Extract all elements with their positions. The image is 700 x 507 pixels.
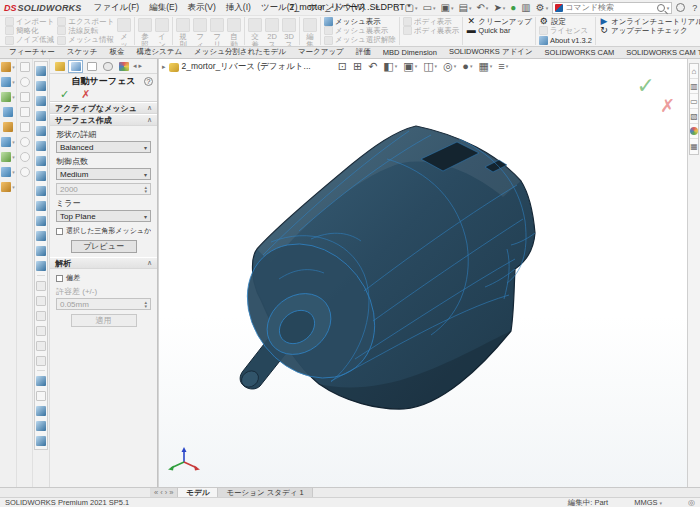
file-explorer-tab[interactable]: ▭ [690, 94, 698, 109]
ribbon-button-about[interactable]: About v1.3.2 [539, 36, 592, 45]
toolbar-button-disabled[interactable] [17, 119, 32, 134]
m2s-simplify-button[interactable] [35, 93, 47, 108]
ribbon-button-body-back-display[interactable]: ボディ裏表示 [403, 26, 460, 35]
motor-3d-model[interactable] [159, 59, 687, 487]
confirmation-ok-icon[interactable]: ✓ [637, 73, 655, 99]
ribbon-button-noise-reduction[interactable]: ノイズ低減 [5, 36, 54, 45]
tab-sketch[interactable]: スケッチ [61, 45, 104, 58]
ribbon-button-mesh-deselect[interactable]: メッシュ選択解除 [324, 36, 396, 45]
menu-view[interactable]: 表示(V) [184, 2, 220, 14]
toolbar-button[interactable]: ▾ [0, 89, 16, 104]
toolbar-button-disabled[interactable] [17, 89, 32, 104]
m2s-reference-align-button[interactable] [35, 168, 47, 183]
tab-scroll-right-icon[interactable]: ▸ [139, 62, 143, 70]
toolbar-button[interactable]: ▾ [0, 179, 16, 194]
view-settings-icon[interactable]: ≡▾ [498, 61, 508, 72]
select-button[interactable]: ➤▾ [491, 3, 507, 13]
display-manager-tab[interactable] [116, 60, 131, 73]
tab-features[interactable]: フィーチャー [3, 45, 61, 58]
previous-view-icon[interactable]: ↶ [368, 61, 377, 72]
section-view-icon[interactable]: ◧▾ [383, 61, 397, 72]
nav-last-icon[interactable]: » [169, 488, 173, 497]
m2s-mesh-select-button[interactable] [35, 153, 47, 168]
ribbon-button-fit-surface[interactable]: フィットサーフェス [193, 17, 207, 45]
units-selector[interactable]: MMGS ▾ [634, 498, 662, 507]
toolbar-button[interactable]: ▾ [0, 59, 16, 74]
ribbon-button-regular-shape[interactable]: 規則形状 [176, 17, 190, 45]
ribbon-button-cross-section[interactable]: 交差断面 [248, 17, 262, 45]
ribbon-button-license[interactable]: ライセンス [539, 26, 592, 35]
apply-button[interactable]: 適用 [71, 314, 137, 327]
m2s-display-tool-button[interactable] [35, 403, 47, 418]
view-orientation-icon[interactable]: ▣▾ [403, 61, 417, 72]
toolbar-button-disabled[interactable] [17, 134, 32, 149]
ribbon-button-simplify[interactable]: 簡略化 [5, 26, 54, 35]
search-icon[interactable] [657, 4, 665, 12]
m2s-sketch-tool-button[interactable] [35, 373, 47, 388]
m2s-freeform-button[interactable] [35, 228, 47, 243]
toolbar-button[interactable]: ▾ [0, 149, 16, 164]
ribbon-button-settings[interactable]: ⚙設定 [539, 17, 592, 26]
search-input[interactable] [565, 3, 654, 12]
tab-sheet-metal[interactable]: 板金 [103, 45, 130, 58]
print-button[interactable]: ▤▾ [457, 3, 474, 13]
breadcrumb-arrow-icon[interactable]: ▸ [162, 63, 166, 71]
task-pane-home-tab[interactable]: ⌂ [690, 64, 698, 79]
ribbon-button-export[interactable]: エクスポート [57, 17, 114, 26]
m2s-solid-button-disabled[interactable] [35, 353, 47, 368]
section-surface-creation[interactable]: サーフェス作成 ∧ [50, 114, 157, 126]
view-palette-tab[interactable]: ▧ [690, 109, 698, 124]
m2s-noise-button[interactable] [35, 123, 47, 138]
ribbon-button-3d-sketch-fit[interactable]: 3Dスケッチフィット [282, 17, 296, 45]
m2s-solid-button-disabled[interactable] [35, 323, 47, 338]
toolbar-button-disabled[interactable] [17, 149, 32, 164]
m2s-solid-button-disabled[interactable] [35, 293, 47, 308]
save-button[interactable]: ▣▾ [439, 3, 456, 13]
nav-prev-icon[interactable]: ‹ [160, 488, 163, 497]
tab-mbd-dimension[interactable]: MBD Dimension [377, 46, 443, 58]
menu-file[interactable]: ファイル(F) [90, 2, 144, 14]
ribbon-button-auto-surface[interactable]: 自動サーフェス [227, 17, 241, 45]
spinner-arrows-icon[interactable]: ▴▾ [144, 300, 147, 308]
mirror-plane-select[interactable]: Top Plane ▾ [56, 210, 151, 222]
configuration-manager-tab[interactable] [84, 60, 99, 73]
ribbon-button-import[interactable]: インポート [5, 17, 54, 26]
extract-from-selection-checkbox[interactable]: 選択した三角形メッシュからのみ抽出 [56, 226, 151, 236]
graphics-viewport[interactable]: ▸ 2_mortor_リバース (デフォルト... ⊡ ⊞ ↶ ◧▾ ▣▾ ◫▾… [158, 59, 687, 487]
login-avatar-icon[interactable] [676, 3, 685, 12]
display-style-icon[interactable]: ◫▾ [423, 61, 437, 72]
tab-mesh-modeling[interactable]: メッシュ分割されたモデル [188, 45, 292, 58]
m2s-auto-surface-button[interactable] [35, 243, 47, 258]
help-icon[interactable]: ? [144, 77, 153, 86]
undo-button[interactable]: ↶▾ [474, 3, 490, 13]
tab-structure-system[interactable]: 構造システム [130, 45, 188, 58]
control-points-select[interactable]: Medium ▾ [56, 168, 151, 180]
toolbar-button[interactable] [0, 119, 16, 134]
tab-evaluate[interactable]: 評価 [350, 45, 377, 58]
confirmation-cancel-icon[interactable]: ✗ [660, 95, 675, 117]
toolbar-button-disabled[interactable] [17, 74, 32, 89]
ribbon-button-interactive-align[interactable]: インタラクティブ整列 [155, 17, 169, 45]
m2s-import-button[interactable] [35, 63, 47, 78]
control-points-count-spinner[interactable]: 2000 ▴▾ [56, 183, 151, 195]
menu-insert[interactable]: 挿入(I) [222, 2, 255, 14]
zoom-to-area-icon[interactable]: ⊞ [353, 61, 362, 72]
tab-motion-study[interactable]: モーション スタディ 1 [218, 488, 312, 497]
ribbon-button-online-tutorial[interactable]: ▶オンラインチュートリアル [599, 17, 700, 26]
m2s-mesh-info-button[interactable] [35, 138, 47, 153]
hide-show-items-icon[interactable]: ◎▾ [443, 61, 456, 72]
deviation-checkbox[interactable]: 偏差 [56, 273, 151, 283]
apply-scene-icon[interactable]: ▦▾ [478, 61, 492, 72]
toolbar-button-disabled[interactable] [17, 104, 32, 119]
ribbon-button-flip-normals[interactable]: 法線反転 [57, 26, 114, 35]
cancel-button[interactable]: ✗ [81, 89, 90, 100]
breadcrumb[interactable]: ▸ 2_mortor_リバース (デフォルト... [162, 61, 311, 73]
tab-solidworks-cam[interactable]: SOLIDWORKS CAM [539, 46, 621, 58]
ribbon-button-mesh-back-display[interactable]: メッシュ裏表示 [324, 26, 396, 35]
dimxpert-manager-tab[interactable] [100, 60, 115, 73]
section-analysis[interactable]: 解析 ∧ [50, 257, 157, 269]
m2s-cross-section-button[interactable] [35, 258, 47, 273]
m2s-display-tool-button[interactable] [35, 418, 47, 433]
appearances-scenes-tab[interactable] [690, 124, 698, 139]
tab-model[interactable]: モデル [178, 488, 218, 497]
